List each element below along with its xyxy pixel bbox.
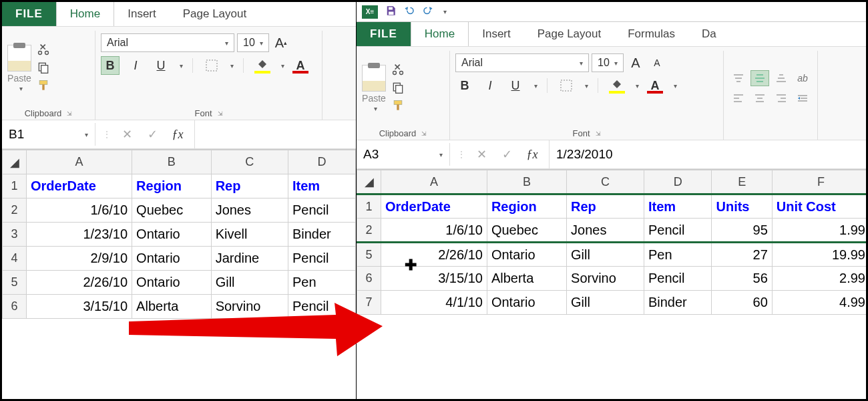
border-button[interactable] xyxy=(557,76,576,95)
redo-icon[interactable] xyxy=(422,5,434,19)
col-header[interactable]: D xyxy=(644,170,712,194)
dialog-launcher-icon[interactable]: ⇲ xyxy=(67,110,72,117)
row-header[interactable]: 2 xyxy=(357,219,381,243)
accept-formula-button[interactable]: ✓ xyxy=(142,124,162,144)
cancel-formula-button[interactable]: ✕ xyxy=(471,144,491,164)
cell[interactable]: Alberta xyxy=(487,267,566,291)
row-header[interactable]: 3 xyxy=(3,223,27,247)
cell[interactable]: Alberta xyxy=(132,295,212,319)
cell[interactable]: Item xyxy=(288,174,355,198)
format-painter-icon[interactable] xyxy=(37,79,50,94)
col-header[interactable]: B xyxy=(487,170,566,194)
cell[interactable]: Unit Cost xyxy=(772,194,868,219)
cell[interactable]: Ontario xyxy=(487,291,566,315)
cell[interactable]: Jones xyxy=(567,219,644,243)
cell[interactable]: 1/23/10 xyxy=(27,223,132,247)
tab-insert[interactable]: Insert xyxy=(114,2,170,26)
top-align-button[interactable] xyxy=(729,70,748,86)
cell[interactable]: Pencil xyxy=(288,247,355,271)
cell[interactable]: 3/15/10 xyxy=(381,267,487,291)
insert-function-button[interactable]: ƒx xyxy=(168,124,188,144)
fill-color-button[interactable] xyxy=(253,56,272,75)
tab-page-layout[interactable]: Page Layout xyxy=(170,2,260,26)
orientation-button[interactable]: ab xyxy=(793,70,812,86)
cell[interactable]: Ontario xyxy=(132,223,212,247)
cell[interactable]: Item xyxy=(644,194,712,219)
cell[interactable]: Pen xyxy=(644,243,712,267)
formula-input[interactable] xyxy=(194,120,356,148)
bold-button[interactable]: B xyxy=(101,56,120,75)
cell[interactable]: Jardine xyxy=(211,247,288,271)
col-header[interactable]: C xyxy=(211,150,288,174)
row-header[interactable]: 6 xyxy=(3,295,27,319)
font-name-select[interactable]: Arial▾ xyxy=(455,53,589,72)
col-header[interactable]: E xyxy=(712,170,772,194)
row-header[interactable]: 1 xyxy=(357,194,381,219)
cell[interactable]: OrderDate xyxy=(381,194,487,219)
cell[interactable]: Gill xyxy=(567,243,644,267)
cell[interactable]: 4.99 xyxy=(772,291,868,315)
col-header[interactable]: A xyxy=(27,150,132,174)
undo-icon[interactable] xyxy=(403,5,415,19)
cell[interactable]: 2/26/10 xyxy=(27,271,132,295)
accept-formula-button[interactable]: ✓ xyxy=(497,144,517,164)
cell[interactable]: Region xyxy=(132,174,212,198)
cell[interactable]: 19.99 xyxy=(772,243,868,267)
center-align-button[interactable] xyxy=(750,90,769,106)
cell[interactable]: 3/15/10 xyxy=(27,295,132,319)
col-header[interactable]: D xyxy=(288,150,355,174)
middle-align-button[interactable] xyxy=(750,70,769,86)
cell[interactable]: Pencil xyxy=(288,295,355,319)
cell[interactable]: 95 xyxy=(712,219,772,243)
cell[interactable]: OrderDate xyxy=(27,174,132,198)
cell[interactable]: 1/6/10 xyxy=(381,219,487,243)
cell[interactable]: Gill xyxy=(211,271,288,295)
row-header[interactable]: 7 xyxy=(357,291,381,315)
left-align-button[interactable] xyxy=(729,90,748,106)
shrink-font-button[interactable]: A xyxy=(648,53,666,72)
cell[interactable]: 60 xyxy=(712,291,772,315)
tab-formulas[interactable]: Formulas xyxy=(614,22,688,46)
cell[interactable]: Region xyxy=(487,194,566,219)
cell[interactable]: Ontario xyxy=(487,243,566,267)
font-size-select[interactable]: 10▾ xyxy=(237,33,269,52)
cell[interactable]: Pencil xyxy=(288,198,355,223)
paste-button[interactable]: Paste ▾ xyxy=(362,65,386,112)
underline-button[interactable]: U xyxy=(506,76,525,95)
dialog-launcher-icon[interactable]: ⇲ xyxy=(421,130,427,137)
tab-insert[interactable]: Insert xyxy=(469,22,524,46)
cell[interactable]: Sorvino xyxy=(211,295,288,319)
decrease-indent-button[interactable] xyxy=(793,90,812,106)
cut-icon[interactable] xyxy=(391,63,405,78)
cell[interactable]: 2/9/10 xyxy=(27,247,132,271)
font-color-button[interactable]: A xyxy=(291,56,310,75)
tab-data[interactable]: Da xyxy=(688,22,730,46)
row-header[interactable]: 4 xyxy=(3,247,27,271)
tab-file[interactable]: FILE xyxy=(2,2,56,26)
underline-button[interactable]: U xyxy=(152,56,170,75)
format-painter-icon[interactable] xyxy=(391,99,405,114)
name-box[interactable]: B1▾ xyxy=(2,123,95,146)
cell[interactable]: Pencil xyxy=(644,219,712,243)
cell[interactable]: Kivell xyxy=(211,223,288,247)
row-header[interactable]: 5 xyxy=(3,271,27,295)
col-header[interactable]: A xyxy=(381,170,487,194)
cell[interactable]: 1.99 xyxy=(772,219,868,243)
italic-button[interactable]: I xyxy=(481,76,499,95)
italic-button[interactable]: I xyxy=(126,56,145,75)
cell[interactable]: Ontario xyxy=(132,247,212,271)
row-header[interactable]: 1 xyxy=(3,174,27,198)
cell[interactable]: 56 xyxy=(712,267,772,291)
select-all-corner[interactable]: ◢ xyxy=(357,170,381,194)
tab-home[interactable]: Home xyxy=(411,21,469,46)
fill-color-button[interactable] xyxy=(608,76,626,95)
cell[interactable]: Rep xyxy=(211,174,288,198)
cell[interactable]: Quebec xyxy=(487,219,566,243)
cell[interactable]: 2.99 xyxy=(772,267,868,291)
copy-icon[interactable] xyxy=(391,81,405,96)
font-color-button[interactable]: A xyxy=(646,76,664,95)
cell[interactable]: Gill xyxy=(567,291,644,315)
cell[interactable]: Binder xyxy=(288,223,355,247)
cell[interactable]: Pencil xyxy=(644,267,712,291)
cell[interactable]: Sorvino xyxy=(567,267,644,291)
